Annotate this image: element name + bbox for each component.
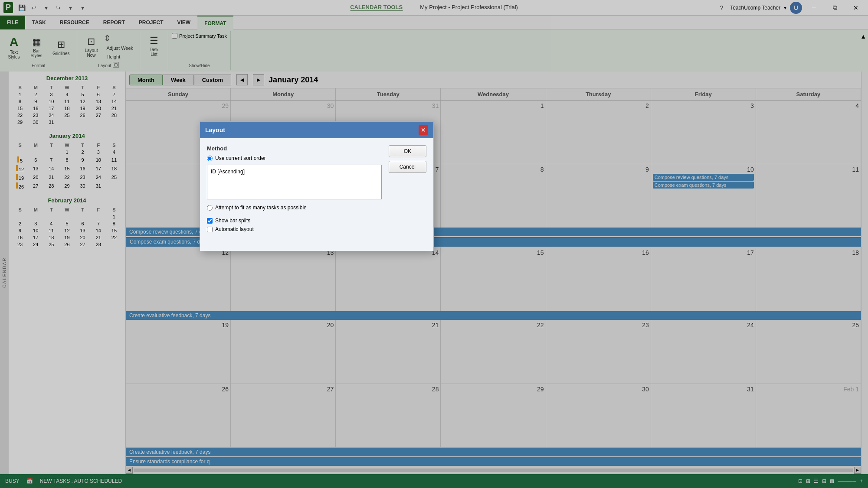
method-label: Method (207, 145, 382, 152)
dialog-left-panel: Method Use current sort order ID [Ascend… (207, 145, 382, 235)
dialog-close-button[interactable]: ✕ (419, 125, 428, 135)
auto-layout-input[interactable] (207, 227, 213, 232)
dialog-right-panel: OK Cancel (389, 145, 426, 235)
radio-fit-tasks-input[interactable] (207, 205, 213, 211)
show-bar-splits-input[interactable] (207, 218, 213, 224)
auto-layout-label: Automatic layout (215, 226, 254, 232)
sort-order-value: ID [Ascending] (211, 169, 245, 175)
layout-dialog: Layout ✕ Method Use current sort order I… (200, 121, 434, 251)
show-bar-splits-label: Show bar splits (215, 218, 250, 224)
dialog-title: Layout (205, 127, 225, 133)
show-bar-splits-checkbox[interactable]: Show bar splits (207, 218, 382, 224)
modal-overlay: Layout ✕ Method Use current sort order I… (0, 0, 868, 488)
radio-current-sort-input[interactable] (207, 156, 213, 161)
radio-fit-tasks[interactable]: Attempt to fit as many tasks as possible (207, 205, 382, 211)
dialog-cancel-button[interactable]: Cancel (389, 161, 426, 173)
radio-fit-tasks-label: Attempt to fit as many tasks as possible (215, 205, 307, 211)
sort-order-box: ID [Ascending] (207, 165, 382, 199)
radio-current-sort[interactable]: Use current sort order (207, 155, 382, 161)
radio-current-sort-label: Use current sort order (215, 155, 266, 161)
auto-layout-checkbox[interactable]: Automatic layout (207, 226, 382, 232)
dialog-ok-button[interactable]: OK (389, 145, 426, 157)
dialog-titlebar: Layout ✕ (200, 122, 433, 138)
checkboxes-group: Show bar splits Automatic layout (207, 218, 382, 232)
dialog-body: Method Use current sort order ID [Ascend… (200, 138, 433, 242)
